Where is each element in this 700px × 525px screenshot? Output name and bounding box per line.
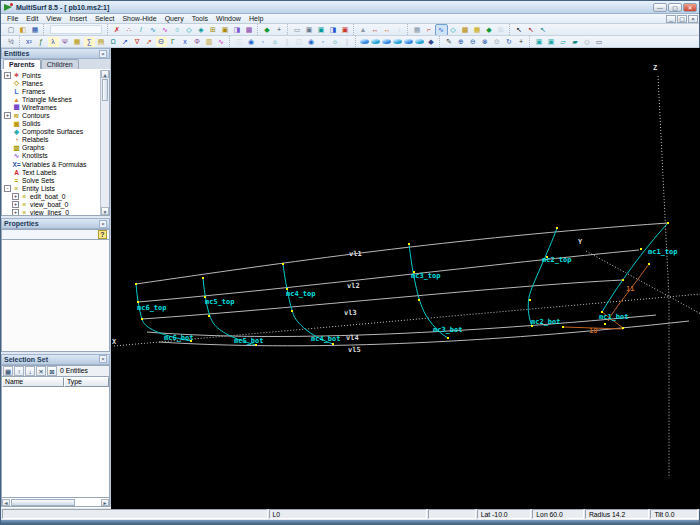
mesh-display-icon[interactable]: ▩ [460, 25, 471, 35]
control-point[interactable] [202, 277, 204, 279]
curve-tool-icon[interactable]: ∿ [148, 25, 159, 35]
tree-item-contours[interactable]: +≋Contours [4, 111, 100, 119]
pan-view-icon[interactable]: + [516, 37, 527, 47]
control-point[interactable] [622, 279, 624, 281]
remove-icon[interactable]: ✕ [36, 366, 46, 376]
move-up-icon[interactable]: ↑ [14, 366, 24, 376]
curvature-display-icon[interactable]: ∿ [436, 25, 447, 35]
measure-icon[interactable]: ▲ [358, 25, 369, 35]
surface-display-icon[interactable]: ◇ [448, 25, 459, 35]
delete-icon[interactable]: ✗ [112, 25, 123, 35]
add-icon[interactable]: + [274, 25, 285, 35]
select-grid-icon[interactable]: ▦ [3, 366, 13, 376]
shade-display-icon[interactable]: ▦ [472, 25, 483, 35]
control-point[interactable] [418, 299, 420, 301]
tree-item-edit-boat-0[interactable]: +≡edit_boat_0 [4, 192, 100, 200]
fill-surface-icon[interactable]: ▰ [570, 37, 581, 47]
menu-select[interactable]: Select [91, 15, 118, 22]
view-wireframe-icon[interactable]: ▭ [292, 25, 303, 35]
grid-rows-icon[interactable]: ▤ [96, 37, 107, 47]
mdi-minimize-button[interactable]: _ [666, 15, 676, 23]
render-display-icon[interactable]: ◆ [484, 25, 495, 35]
mdi-close-button[interactable]: × [688, 15, 698, 23]
tab-parents[interactable]: Parents [3, 59, 41, 69]
menu-show-hide[interactable]: Show-Hide [118, 15, 160, 22]
select-add-icon[interactable]: ↖ [526, 25, 537, 35]
select-pointer-icon[interactable]: ↖ [514, 25, 525, 35]
close-button[interactable]: ✕ [683, 3, 697, 12]
tab-children[interactable]: Children [41, 59, 79, 69]
surface-tool-icon[interactable]: ◇ [184, 25, 195, 35]
surface2-tool-icon[interactable]: ◈ [196, 25, 207, 35]
control-point[interactable] [447, 337, 449, 339]
control-point[interactable] [604, 323, 606, 325]
tree-item-entity-lists[interactable]: -≡Entity Lists [4, 184, 100, 192]
resize-icon[interactable]: ↕ [394, 25, 405, 35]
control-point[interactable] [135, 283, 137, 285]
tree-expander-icon[interactable]: + [12, 209, 19, 216]
clear-set-icon[interactable]: ⊠ [47, 366, 57, 376]
column-name[interactable]: Name [2, 377, 64, 387]
circle-tool-icon[interactable]: ○ [172, 25, 183, 35]
stretch-x-icon[interactable]: ↔ [370, 25, 381, 35]
menu-query[interactable]: Query [161, 15, 188, 22]
pair2-icon[interactable]: ∥ [342, 37, 353, 47]
formula-icon[interactable]: ƒ [36, 37, 47, 47]
tree-expander-icon[interactable]: + [12, 193, 19, 200]
arrow-ne-red-icon[interactable]: ↗ [144, 37, 155, 47]
control-point[interactable] [667, 222, 669, 224]
tree-item-solve-sets[interactable]: =Solve Sets [4, 176, 100, 184]
tree-item-knotlists[interactable]: ∿Knotlists [4, 152, 100, 160]
control-point[interactable] [291, 310, 293, 312]
phi-icon[interactable]: Φ [192, 37, 203, 47]
show-entity2-icon[interactable]: ◫ [294, 37, 305, 47]
hull-wireframe-canvas[interactable]: ZYXvl1vl2vl3vl4vl5mc6_topmc5_topmc4_topm… [111, 48, 700, 509]
scale-half-icon[interactable]: ½ [6, 37, 17, 47]
view-window2-icon[interactable]: ▣ [316, 25, 327, 35]
tree-item-points[interactable]: +∗Points [4, 71, 100, 79]
tree-expander-icon[interactable]: + [4, 72, 11, 79]
tree-expander-icon[interactable]: + [12, 201, 19, 208]
menu-tools[interactable]: Tools [188, 15, 212, 22]
control-point[interactable] [622, 327, 624, 329]
surface-oval-icon[interactable] [371, 39, 380, 44]
tree-item-view-boat-0[interactable]: +≡view_boat_0 [4, 201, 100, 209]
hidden-display-icon[interactable]: ⊞ [496, 25, 507, 35]
sigma-icon[interactable]: ∑ [84, 37, 95, 47]
save-icon[interactable]: ▦ [30, 25, 41, 35]
control-point[interactable] [137, 301, 139, 303]
show-entity-icon[interactable]: ◫ [234, 37, 245, 47]
move-down-icon[interactable]: ↓ [25, 366, 35, 376]
arrow-ne-icon[interactable]: ↗ [120, 37, 131, 47]
bulb-on-icon[interactable]: ◉ [246, 37, 257, 47]
control-point[interactable] [556, 227, 558, 229]
menu-window[interactable]: Window [212, 15, 245, 22]
tree-item-frames[interactable]: LFrames [4, 87, 100, 95]
image-tool-icon[interactable]: ▩ [244, 25, 255, 35]
scroll-right-icon[interactable]: ► [101, 499, 109, 506]
pair-icon[interactable]: ∥ [282, 37, 293, 47]
minimize-button[interactable]: — [653, 3, 667, 12]
entities-tree-scrollbar[interactable]: ▲ ▼ [100, 70, 109, 215]
view-window4-icon[interactable]: ▣ [340, 25, 351, 35]
mirror-surface-icon[interactable]: ▱ [558, 37, 569, 47]
surface-oval-icon[interactable] [393, 39, 402, 44]
tree-item-variables-formulas[interactable]: X=Variables & Formulas [4, 160, 100, 168]
tree-item-solids[interactable]: ▣Solids [4, 120, 100, 128]
copy-surface2-icon[interactable]: ▣ [546, 37, 557, 47]
control-point[interactable] [282, 263, 284, 265]
maximize-button[interactable]: ▢ [668, 3, 682, 12]
nabla-icon[interactable]: ∇ [132, 37, 143, 47]
surface-oval-icon[interactable] [415, 39, 424, 44]
pen-icon[interactable]: ✎ [444, 37, 455, 47]
tree-item-composite-surfaces[interactable]: ◈Composite Surfaces [4, 128, 100, 136]
line-tool-icon[interactable]: / [136, 25, 147, 35]
zoom-in-icon[interactable]: ⊕ [456, 37, 467, 47]
tree-expander-icon[interactable]: + [4, 112, 11, 119]
zoom-window-icon[interactable]: ⊗ [480, 37, 491, 47]
control-point[interactable] [648, 263, 650, 265]
zoom-out-icon[interactable]: ⊖ [468, 37, 479, 47]
gamma-icon[interactable]: Γ [168, 37, 179, 47]
point-tool-icon[interactable]: ∴ [124, 25, 135, 35]
scroll-left-icon[interactable]: ◄ [2, 499, 10, 506]
